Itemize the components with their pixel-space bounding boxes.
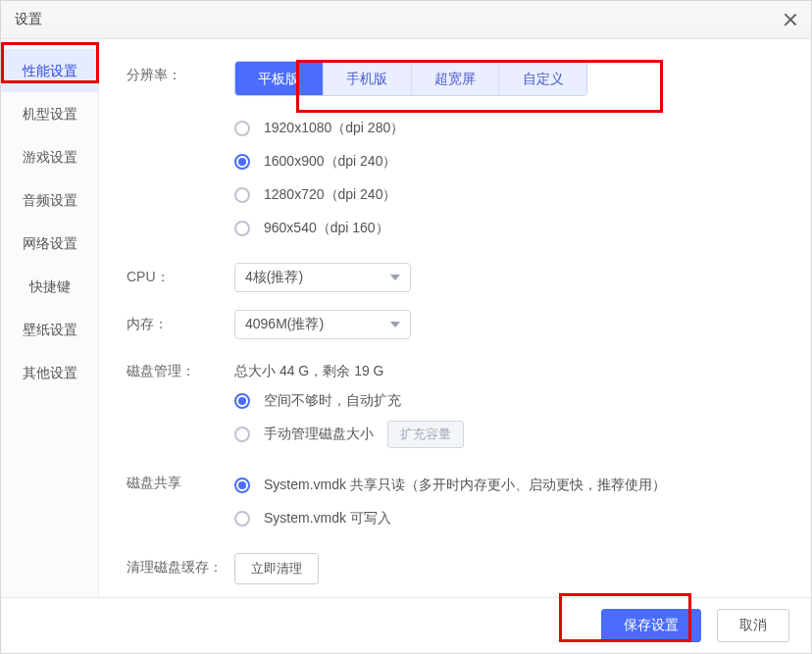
share-option-1[interactable]: System.vmdk 可写入 xyxy=(234,502,784,535)
radio-icon xyxy=(234,221,250,236)
label-cpu: CPU： xyxy=(127,263,234,286)
radio-label: 960x540（dpi 160） xyxy=(264,220,389,237)
radio-label: 1920x1080（dpi 280） xyxy=(264,120,404,137)
sidebar-item-6[interactable]: 壁纸设置 xyxy=(1,308,98,351)
radio-icon xyxy=(234,478,250,493)
label-share: 磁盘共享 xyxy=(127,469,234,492)
resolution-tab-1[interactable]: 手机版 xyxy=(323,62,411,95)
radio-icon xyxy=(234,393,250,409)
footer: 保存设置 取消 xyxy=(1,597,811,653)
memory-select-value: 4096M(推荐) xyxy=(245,316,324,333)
sidebar-item-1[interactable]: 机型设置 xyxy=(1,92,98,135)
disk-option-0[interactable]: 空间不够时，自动扩充 xyxy=(234,384,784,418)
label-disk: 磁盘管理： xyxy=(127,357,234,380)
resolution-option-0[interactable]: 1920x1080（dpi 280） xyxy=(234,112,784,145)
clean-cache-button[interactable]: 立即清理 xyxy=(234,553,319,584)
radio-label: System.vmdk 可写入 xyxy=(264,510,391,528)
memory-select[interactable]: 4096M(推荐) xyxy=(234,310,411,339)
radio-icon xyxy=(234,187,250,203)
cpu-select[interactable]: 4核(推荐) xyxy=(234,263,411,292)
resolution-tab-0[interactable]: 平板版 xyxy=(235,62,323,95)
cancel-button[interactable]: 取消 xyxy=(717,609,789,642)
disk-option-1[interactable]: 手动管理磁盘大小扩充容量 xyxy=(234,418,784,451)
sidebar-item-7[interactable]: 其他设置 xyxy=(1,351,98,394)
radio-icon xyxy=(234,121,250,136)
radio-label: 手动管理磁盘大小 xyxy=(264,426,374,443)
resolution-tabs: 平板版手机版超宽屏自定义 xyxy=(234,61,587,96)
sidebar-item-2[interactable]: 游戏设置 xyxy=(1,135,98,178)
resolution-option-2[interactable]: 1280x720（dpi 240） xyxy=(234,178,784,212)
radio-label: System.vmdk 共享只读（多开时内存更小、启动更快，推荐使用） xyxy=(264,477,666,494)
resolution-option-3[interactable]: 960x540（dpi 160） xyxy=(234,212,784,245)
share-option-0[interactable]: System.vmdk 共享只读（多开时内存更小、启动更快，推荐使用） xyxy=(234,469,784,502)
resolution-options: 1920x1080（dpi 280）1600x900（dpi 240）1280x… xyxy=(234,112,784,245)
content: 分辨率： 平板版手机版超宽屏自定义 1920x1080（dpi 280）1600… xyxy=(99,39,811,597)
cpu-select-value: 4核(推荐) xyxy=(245,269,303,286)
radio-label: 空间不够时，自动扩充 xyxy=(264,392,401,410)
share-options: System.vmdk 共享只读（多开时内存更小、启动更快，推荐使用）Syste… xyxy=(234,469,784,535)
resolution-tab-3[interactable]: 自定义 xyxy=(498,62,586,95)
disk-summary: 总大小 44 G，剩余 19 G xyxy=(234,357,784,384)
sidebar-item-3[interactable]: 音频设置 xyxy=(1,178,98,222)
expand-capacity-button: 扩充容量 xyxy=(387,421,464,448)
label-clean: 清理磁盘缓存： xyxy=(127,553,234,577)
sidebar-item-0[interactable]: 性能设置 xyxy=(1,49,98,92)
label-resolution: 分辨率： xyxy=(127,61,234,84)
radio-label: 1600x900（dpi 240） xyxy=(264,153,396,171)
disk-options: 空间不够时，自动扩充手动管理磁盘大小扩充容量 xyxy=(234,384,784,451)
chevron-down-icon xyxy=(390,275,400,280)
sidebar-item-4[interactable]: 网络设置 xyxy=(1,222,98,265)
save-button[interactable]: 保存设置 xyxy=(601,609,701,642)
radio-icon xyxy=(234,511,250,527)
sidebar: 性能设置机型设置游戏设置音频设置网络设置快捷键壁纸设置其他设置 xyxy=(1,39,99,597)
chevron-down-icon xyxy=(390,322,400,327)
close-icon[interactable] xyxy=(784,13,797,26)
radio-icon xyxy=(234,154,250,170)
label-memory: 内存： xyxy=(127,310,234,333)
radio-label: 1280x720（dpi 240） xyxy=(264,186,396,204)
resolution-option-1[interactable]: 1600x900（dpi 240） xyxy=(234,145,784,178)
radio-icon xyxy=(234,427,250,442)
titlebar: 设置 xyxy=(1,1,811,39)
window-title: 设置 xyxy=(15,11,42,28)
resolution-tab-2[interactable]: 超宽屏 xyxy=(411,62,499,95)
sidebar-item-5[interactable]: 快捷键 xyxy=(1,265,98,308)
